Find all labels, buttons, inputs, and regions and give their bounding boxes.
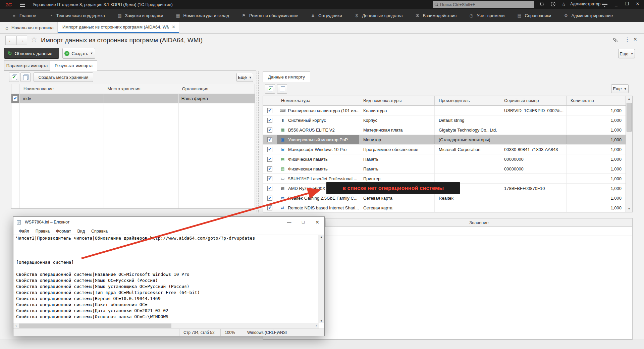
column-manufacturer[interactable]: Производитель: [435, 96, 500, 105]
row-checkbox[interactable]: ✔: [267, 108, 272, 113]
notepad-maximize-button[interactable]: □: [296, 217, 310, 228]
tab-home-page[interactable]: ⌂ Начальная страница: [0, 22, 58, 33]
check-all-button[interactable]: ✔: [9, 72, 19, 82]
main-menu-icon[interactable]: [20, 3, 25, 7]
uncheck-all-button[interactable]: [20, 72, 31, 82]
menubar-item-5[interactable]: ♟Сотрудники: [310, 13, 342, 18]
table-row[interactable]: ✔⇄Realtek Gaming 2.5GbE Family C...Сетев…: [263, 193, 632, 203]
close-form-icon[interactable]: ✕: [633, 37, 637, 42]
get-link-icon[interactable]: [612, 37, 618, 44]
row-checkbox[interactable]: ✔: [267, 196, 272, 201]
column-serial[interactable]: Серийный номер: [500, 96, 567, 105]
menubar-item-10[interactable]: ⚙Администрирование: [563, 13, 613, 18]
more-button-right-panel[interactable]: Еще ▼: [611, 84, 629, 93]
global-search[interactable]: [433, 1, 534, 8]
notepad-content[interactable]: Чипсет2|Производитель чипсета|Обновление…: [13, 235, 318, 323]
table-row[interactable]: ✔▦B550 AORUS ELITE V2Материнская платаGi…: [263, 125, 632, 135]
row-checkbox[interactable]: ✔: [267, 205, 272, 210]
uncheck-all-button-right[interactable]: [277, 84, 287, 94]
menubar-item-8[interactable]: ◷Учет времени: [469, 13, 504, 18]
cell-nomenclature: ▤Физическая память: [277, 154, 359, 164]
row-checkbox[interactable]: ✔: [267, 157, 272, 162]
refresh-data-button[interactable]: ↻ Обновить данные: [4, 48, 59, 59]
more-button-top[interactable]: Еще ▼: [618, 49, 635, 58]
tab-close-icon[interactable]: ✕: [172, 24, 175, 30]
panel-splitter[interactable]: [257, 71, 259, 212]
column-value[interactable]: Значение: [326, 218, 632, 227]
column-quantity[interactable]: Количество: [567, 96, 626, 105]
notepad-vertical-scrollbar[interactable]: ▲ ▼: [318, 235, 324, 323]
column-nomenclature[interactable]: Номенклатура: [277, 96, 359, 105]
table-row[interactable]: ✔mdvНаша фирма: [11, 94, 255, 103]
search-input[interactable]: [439, 1, 534, 8]
current-user[interactable]: Администратор: [570, 2, 600, 6]
table-row[interactable]: ✔▮Системный корпусКорпусDefault string1,…: [263, 115, 632, 125]
scroll-down-icon[interactable]: ▼: [626, 206, 632, 212]
menubar-item-9[interactable]: ▤Справочники: [517, 13, 551, 18]
add-favorite-star-icon[interactable]: ☆: [31, 36, 37, 44]
more-button-left-panel[interactable]: Еще ▼: [236, 73, 253, 82]
menubar-item-0[interactable]: ≡Главное: [11, 13, 36, 18]
row-checkbox[interactable]: ✔: [267, 176, 272, 181]
restore-button[interactable]: ❒: [623, 1, 631, 6]
scroll-up-icon[interactable]: ▲: [626, 96, 632, 102]
table-row[interactable]: ✔⊞Майкрософт Windows 10 ProПрограммное о…: [263, 145, 632, 154]
forward-button[interactable]: →: [16, 36, 27, 45]
back-button[interactable]: ←: [5, 36, 16, 45]
scroll-right-icon[interactable]: ›: [314, 323, 319, 329]
notifications-bell-icon[interactable]: [539, 1, 544, 8]
notepad-close-button[interactable]: ✕: [310, 217, 324, 228]
row-checkbox[interactable]: ✔: [267, 186, 272, 191]
history-icon[interactable]: [550, 1, 556, 8]
windows-icon: ⊞: [280, 147, 286, 152]
row-checkbox[interactable]: ✔: [267, 147, 272, 152]
notepad-menu-0[interactable]: Файл: [19, 229, 29, 234]
check-all-button-right[interactable]: ✔: [265, 84, 275, 94]
menubar-item-2[interactable]: ▥Закупки и продажи: [117, 13, 163, 18]
table-row[interactable]: ✔⇄Remote NDIS based Internet Shari...Сет…: [263, 203, 632, 212]
scroll-up-icon[interactable]: ▲: [318, 236, 324, 239]
tab-import-data[interactable]: Импорт данных из сторонних программ (AID…: [58, 22, 179, 33]
notepad-menu-3[interactable]: Вид: [77, 229, 85, 234]
table-row[interactable]: ✔▣Универсальный монитор PnPМонитор(Станд…: [263, 135, 632, 145]
column-kind[interactable]: Вид номенклатуры: [359, 96, 435, 105]
row-checkbox[interactable]: ✔: [267, 118, 272, 123]
favorites-star-icon[interactable]: ☆: [561, 1, 566, 8]
user-menu-icon[interactable]: [602, 2, 608, 9]
column-organization[interactable]: Организация: [178, 84, 255, 94]
menubar-item-4[interactable]: ⚑Ремонт и обслуживание: [241, 13, 298, 18]
notepad-titlebar[interactable]: WSP7804.ini – Блокнот — □ ✕: [13, 217, 324, 228]
tab-data-to-import[interactable]: Данные к импорту: [263, 71, 310, 82]
tab-import-result[interactable]: Результат импорта: [50, 60, 97, 71]
scroll-down-icon[interactable]: ▼: [318, 319, 324, 322]
table-row[interactable]: ✔▤Физическая памятьПамять000000001,000: [263, 154, 632, 164]
vertical-scrollbar[interactable]: ▲ ▼: [626, 96, 632, 212]
row-checkbox[interactable]: ✔: [267, 128, 272, 133]
cell-select: ✔: [263, 115, 277, 125]
row-checkbox[interactable]: ✔: [267, 166, 272, 171]
notepad-menu-2[interactable]: Формат: [56, 229, 71, 234]
menubar-item-7[interactable]: ✉Взаимодействия: [415, 13, 457, 18]
menubar-item-3[interactable]: ▦Номенклатура и склад: [175, 13, 229, 18]
tab-import-params[interactable]: Параметры импорта: [4, 60, 50, 70]
create-button[interactable]: + Создать ▼: [62, 48, 95, 59]
notepad-menu-1[interactable]: Правка: [36, 229, 50, 234]
more-actions-kebab-icon[interactable]: ⋮: [625, 36, 630, 43]
scrollbar-thumb[interactable]: [19, 323, 171, 328]
column-storage[interactable]: Место хранения: [103, 84, 178, 94]
notepad-minimize-button[interactable]: —: [282, 217, 296, 228]
menubar-item-6[interactable]: $Денежные средства: [354, 13, 402, 18]
scrollbar-thumb[interactable]: [627, 103, 632, 132]
notepad-menu-4[interactable]: Справка: [91, 229, 108, 234]
close-button[interactable]: ✕: [634, 1, 641, 6]
row-checkbox[interactable]: ✔: [267, 137, 272, 142]
menubar-item-1[interactable]: ◔Техническая поддержка: [48, 13, 105, 18]
column-name[interactable]: Наименование: [19, 84, 103, 94]
table-row[interactable]: ✔⌨Расширенная клавиатура (101 ил...Клави…: [263, 106, 632, 115]
notepad-horizontal-scrollbar[interactable]: ‹ ›: [13, 323, 319, 329]
minimize-button[interactable]: _: [612, 1, 620, 6]
create-storage-button[interactable]: Создать места хранения: [34, 72, 93, 82]
scroll-left-icon[interactable]: ‹: [13, 323, 19, 329]
row-checkbox[interactable]: ✔: [13, 96, 18, 101]
table-row[interactable]: ✔▤Физическая памятьПамять000000001,000: [263, 164, 632, 174]
